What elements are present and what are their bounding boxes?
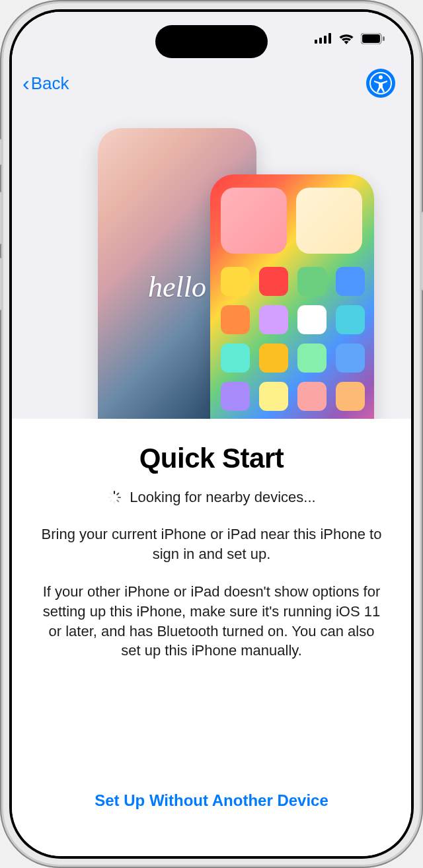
secondary-instruction: If your other iPhone or iPad doesn't sho… <box>38 582 385 661</box>
setup-without-device-button[interactable]: Set Up Without Another Device <box>38 772 385 843</box>
widget-row <box>221 188 364 254</box>
status-text: Looking for nearby devices... <box>130 489 315 506</box>
svg-rect-6 <box>383 36 385 41</box>
app-icon-mockup <box>221 267 250 296</box>
accessibility-icon <box>369 71 393 95</box>
phone-bezel: ‹ Back hello <box>9 9 414 859</box>
dynamic-island <box>155 25 268 58</box>
battery-icon <box>361 33 385 44</box>
widget-mockup <box>296 188 362 254</box>
widget-mockup <box>221 188 287 254</box>
svg-rect-3 <box>328 33 331 44</box>
back-label: Back <box>31 73 69 94</box>
svg-rect-0 <box>315 40 317 44</box>
svg-rect-13 <box>114 501 115 504</box>
chevron-left-icon: ‹ <box>22 71 30 96</box>
app-icon-mockup <box>297 305 327 334</box>
back-button[interactable]: ‹ Back <box>22 71 69 96</box>
primary-instruction: Bring your current iPhone or iPad near t… <box>38 524 385 563</box>
svg-rect-14 <box>110 499 113 503</box>
svg-rect-10 <box>116 492 120 495</box>
app-icon-mockup <box>297 267 327 296</box>
svg-rect-9 <box>114 491 115 494</box>
navigation-bar: ‹ Back <box>12 65 411 102</box>
accessibility-button[interactable] <box>366 69 395 98</box>
app-icon-mockup <box>221 305 250 334</box>
hello-greeting: hello <box>148 270 206 304</box>
cellular-signal-icon <box>315 33 332 44</box>
searching-status: Looking for nearby devices... <box>38 489 385 506</box>
app-icon-mockup <box>221 382 250 411</box>
svg-rect-12 <box>116 499 120 503</box>
hero-illustration: hello <box>12 102 411 419</box>
app-icon-mockup <box>221 344 250 373</box>
page-title: Quick Start <box>38 443 385 474</box>
app-grid-mockup <box>221 267 364 411</box>
silent-switch <box>0 139 1 165</box>
volume-down-button <box>0 258 1 310</box>
svg-rect-1 <box>319 38 322 44</box>
app-icon-mockup <box>259 305 288 334</box>
svg-rect-16 <box>110 492 113 495</box>
content-area: Quick Start <box>12 419 411 856</box>
app-icon-mockup <box>259 382 288 411</box>
app-icon-mockup <box>259 344 288 373</box>
existing-phone-mockup <box>210 174 374 419</box>
svg-rect-15 <box>108 497 111 498</box>
app-icon-mockup <box>336 344 365 373</box>
svg-rect-11 <box>118 497 121 498</box>
phone-hardware-frame: ‹ Back hello <box>0 0 423 868</box>
svg-rect-5 <box>362 34 380 43</box>
volume-up-button <box>0 192 1 244</box>
app-icon-mockup <box>259 267 288 296</box>
svg-point-8 <box>379 75 383 79</box>
screen: ‹ Back hello <box>12 12 411 856</box>
app-icon-mockup <box>336 305 365 334</box>
app-icon-mockup <box>297 344 327 373</box>
svg-rect-2 <box>324 36 327 44</box>
app-icon-mockup <box>297 382 327 411</box>
app-icon-mockup <box>336 382 365 411</box>
spinner-icon <box>107 490 122 505</box>
wifi-icon <box>338 33 354 44</box>
app-icon-mockup <box>336 267 365 296</box>
